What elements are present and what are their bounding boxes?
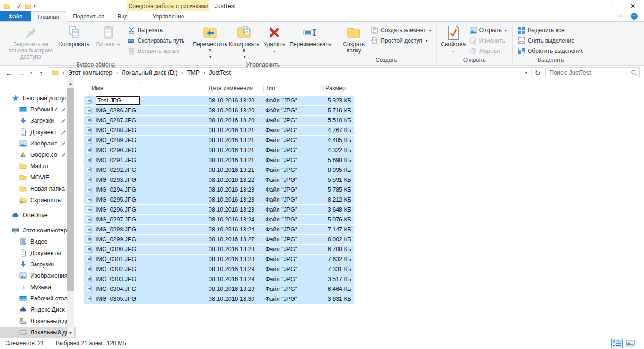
sidebar-item-pictures-qa[interactable]: Изображени <box>0 138 76 149</box>
details-view-button[interactable] <box>611 339 623 348</box>
sidebar-item-documents-qa[interactable]: Документы <box>0 127 76 138</box>
breadcrumb-label[interactable]: JustTest <box>209 69 231 76</box>
tab-home[interactable]: Главная <box>31 11 67 22</box>
file-row[interactable]: IMG_0290.JPG 08.10.2016 13:21 Файл "JPG"… <box>84 145 354 155</box>
scroll-up-icon[interactable] <box>69 83 72 85</box>
sidebar-item-local-disk-c[interactable]: Локальный дис <box>0 315 76 327</box>
search-input[interactable] <box>549 69 631 76</box>
sidebar-item-google-drive[interactable]: Google.com <box>0 149 76 161</box>
thumbnails-view-button[interactable] <box>625 339 636 348</box>
history-button[interactable]: Журнал <box>467 46 509 56</box>
file-row[interactable]: IMG_0286.JPG 08.10.2016 13:20 Файл "JPG"… <box>84 106 354 115</box>
sidebar-item-local-disk-d[interactable]: Локальный дис <box>0 327 76 338</box>
sidebar-item-downloads-qa[interactable]: Загрузки <box>0 115 76 127</box>
tab-share[interactable]: Поделиться <box>66 11 111 21</box>
sidebar-item-desktop[interactable]: Рабочий стол <box>0 293 76 304</box>
sidebar-item-documents[interactable]: Документы <box>0 247 76 259</box>
scroll-down-icon[interactable] <box>69 332 72 334</box>
restore-button[interactable] <box>600 0 622 11</box>
invert-selection-button[interactable]: Обратить выделение <box>515 46 586 56</box>
sidebar-this-pc[interactable]: Этот компьютер <box>0 225 76 236</box>
sidebar-item-screenshots[interactable]: Скриншоты <box>0 195 76 206</box>
breadcrumb-label[interactable]: TMP <box>187 69 200 76</box>
search-icon[interactable] <box>631 69 637 76</box>
back-button[interactable]: ← <box>3 67 15 78</box>
file-row[interactable]: Test.JPG 08.10.2016 13:20 Файл "JPG" 5 3… <box>84 96 354 105</box>
breadcrumb-item[interactable]: › Этот компьютер <box>59 69 112 76</box>
breadcrumb-label[interactable]: Локальный диск (D:) <box>122 69 177 76</box>
column-header-date[interactable]: Дата изменения <box>207 85 264 93</box>
pin-to-quick-access-button[interactable]: Закрепить на панели быстрого доступа <box>4 23 57 61</box>
file-row[interactable]: IMG_0295.JPG 08.10.2016 13:23 Файл "JPG"… <box>84 195 354 204</box>
file-row[interactable]: IMG_0305.JPG 08.10.2016 13:30 Файл "JPG"… <box>84 294 354 304</box>
scrollbar-thumb[interactable] <box>67 88 74 291</box>
move-to-button[interactable]: Переместить в▾ <box>193 23 227 61</box>
file-row[interactable]: IMG_0294.JPG 08.10.2016 13:23 Файл "JPG"… <box>84 185 354 195</box>
copy-button[interactable]: Копировать <box>57 23 91 49</box>
file-row[interactable]: IMG_0304.JPG 08.10.2016 13:29 Файл "JPG"… <box>84 284 354 294</box>
file-row[interactable]: IMG_0300.JPG 08.10.2016 13:28 Файл "JPG"… <box>84 245 354 254</box>
column-header-size[interactable]: Размер <box>324 85 354 93</box>
sidebar-item-yandex-disk[interactable]: Яндекс.Диск <box>0 304 76 315</box>
copy-path-button[interactable]: Скопировать путь <box>125 35 187 46</box>
new-folder-button[interactable]: Создать папку <box>339 23 368 55</box>
file-row[interactable]: IMG_0301.JPG 08.10.2016 13:28 Файл "JPG"… <box>84 255 354 264</box>
copy-to-button[interactable]: Копировать в▾ <box>227 23 261 61</box>
column-header-type[interactable]: Тип <box>264 85 324 93</box>
open-button[interactable]: Открыть▾ <box>467 25 509 35</box>
delete-button[interactable]: Удалить▾ <box>261 23 287 55</box>
easy-access-button[interactable]: Простой доступ▾ <box>368 35 434 46</box>
close-button[interactable]: × <box>622 0 644 11</box>
new-item-button[interactable]: Создать элемент▾ <box>368 25 434 35</box>
paste-shortcut-button[interactable]: Вставить ярлык <box>125 46 187 56</box>
sidebar-scrollbar[interactable] <box>67 80 74 337</box>
file-row[interactable]: IMG_0287.JPG 08.10.2016 13:20 Файл "JPG"… <box>84 116 354 125</box>
select-all-button[interactable]: Выделить все <box>515 25 586 35</box>
sidebar-item-desktop-qa[interactable]: Рабочий сто. <box>0 104 76 115</box>
cut-button[interactable]: Вырезать <box>125 25 187 35</box>
file-row[interactable]: IMG_0292.JPG 08.10.2016 13:21 Файл "JPG"… <box>84 165 354 175</box>
breadcrumb-label[interactable]: Этот компьютер <box>68 69 112 76</box>
column-header-name[interactable]: Имя <box>84 85 207 93</box>
properties-button[interactable]: Свойства▾ <box>440 23 467 55</box>
sidebar-item-music[interactable]: ♪ Музыка <box>0 281 76 293</box>
file-row[interactable]: IMG_0296.JPG 08.10.2016 13:23 Файл "JPG"… <box>84 205 354 214</box>
up-button[interactable]: ↑ <box>35 67 47 78</box>
sidebar-item-downloads[interactable]: Загрузки <box>0 259 76 270</box>
collapse-ribbon-icon[interactable] <box>618 13 624 19</box>
file-row[interactable]: IMG_0302.JPG 08.10.2016 13:29 Файл "JPG"… <box>84 264 354 274</box>
sidebar-quick-access[interactable]: Быстрый доступ <box>0 93 76 104</box>
rename-button[interactable]: Переименовать <box>287 23 333 49</box>
file-row[interactable]: IMG_0291.JPG 08.10.2016 13:21 Файл "JPG"… <box>84 155 354 165</box>
qat-customize-caret-icon[interactable]: ▾ <box>34 4 35 8</box>
help-button[interactable]: ? <box>631 13 638 20</box>
paste-button[interactable]: Вставить <box>91 23 125 49</box>
file-row[interactable]: IMG_0288.JPG 08.10.2016 13:21 Файл "JPG"… <box>84 126 354 135</box>
file-row[interactable]: IMG_0297.JPG 08.10.2016 13:24 Файл "JPG"… <box>84 215 354 224</box>
minimize-button[interactable] <box>578 0 600 11</box>
breadcrumb-item[interactable]: › TMP <box>178 69 200 76</box>
select-none-button[interactable]: Снять выделение <box>515 35 586 46</box>
file-row[interactable]: IMG_0303.JPG 08.10.2016 13:29 Файл "JPG"… <box>84 274 354 284</box>
tab-file[interactable]: Файл <box>0 11 31 21</box>
tab-manage[interactable]: Управление <box>127 11 209 22</box>
file-row[interactable]: IMG_0289.JPG 08.10.2016 13:21 Файл "JPG"… <box>84 136 354 145</box>
refresh-button[interactable]: ↻ <box>531 68 543 78</box>
file-row[interactable]: IMG_0293.JPG 08.10.2016 13:22 Файл "JPG"… <box>84 175 354 185</box>
address-box[interactable]: › Этот компьютер › Локальный диск (D:) ›… <box>49 67 543 78</box>
edit-button[interactable]: Изменить <box>467 35 509 46</box>
sidebar-item-movie[interactable]: MOVIE <box>0 172 76 183</box>
sidebar-item-new-folder[interactable]: Новая папка (2) <box>0 183 76 195</box>
sidebar-item-videos[interactable]: Видео <box>0 236 76 247</box>
file-row[interactable]: IMG_0298.JPG 08.10.2016 13:24 Файл "JPG"… <box>84 225 354 234</box>
recent-locations-caret-icon[interactable]: ▾ <box>28 67 35 78</box>
qat-properties-icon[interactable] <box>16 3 22 9</box>
sidebar-item-pictures[interactable]: Изображения <box>0 270 76 281</box>
file-row[interactable]: IMG_0299.JPG 08.10.2016 13:27 Файл "JPG"… <box>84 235 354 244</box>
breadcrumb-item[interactable]: › JustTest <box>200 69 231 76</box>
rename-input[interactable] <box>96 96 140 105</box>
address-dropdown-caret-icon[interactable]: ▾ <box>521 71 531 75</box>
breadcrumb-item[interactable]: › Локальный диск (D:) <box>112 69 177 76</box>
forward-button[interactable]: → <box>16 67 27 78</box>
qat-newfolder-icon[interactable] <box>25 3 31 9</box>
